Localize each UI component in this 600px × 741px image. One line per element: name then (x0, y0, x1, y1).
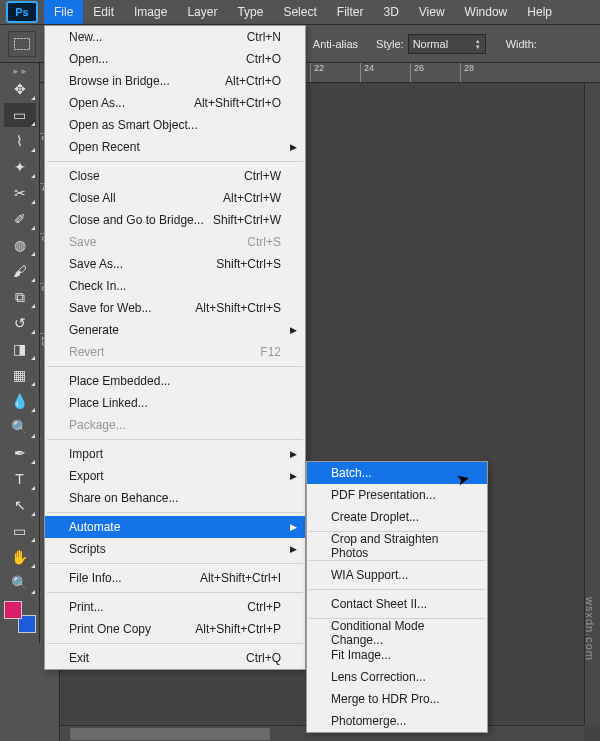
menu-shortcut: Ctrl+N (247, 30, 281, 44)
menu-type[interactable]: Type (227, 0, 273, 24)
tools-panel: ►► ✥▭⌇✦✂✐◍🖌⧉↺◨▦💧🔍✒T↖▭✋🔍 (0, 63, 40, 643)
toolbar-tab-icon[interactable]: ►► (0, 67, 40, 77)
menu-item-label: Export (69, 469, 104, 483)
menu-item-label: Scripts (69, 542, 106, 556)
menu-select[interactable]: Select (273, 0, 326, 24)
file-menu-item-open-as[interactable]: Open As...Alt+Shift+Ctrl+O (45, 92, 305, 114)
menu-layer[interactable]: Layer (177, 0, 227, 24)
file-menu-item-close-all[interactable]: Close AllAlt+Ctrl+W (45, 187, 305, 209)
file-menu-item-save-for-web[interactable]: Save for Web...Alt+Shift+Ctrl+S (45, 297, 305, 319)
automate-menu-item-fit-image[interactable]: Fit Image... (307, 644, 487, 666)
menu-item-label: Print... (69, 600, 104, 614)
menu-window[interactable]: Window (455, 0, 518, 24)
path-tool[interactable]: ↖ (4, 493, 36, 517)
automate-menu-item-merge-to-hdr-pro[interactable]: Merge to HDR Pro... (307, 688, 487, 710)
eraser-tool[interactable]: ◨ (4, 337, 36, 361)
submenu-arrow-icon: ▶ (290, 471, 297, 481)
menu-item-label: Batch... (331, 466, 372, 480)
file-menu-item-save-as[interactable]: Save As...Shift+Ctrl+S (45, 253, 305, 275)
tool-flyout-indicator (31, 278, 35, 282)
automate-menu-item-conditional-mode-change[interactable]: Conditional Mode Change... (307, 622, 487, 644)
file-menu-item-place-linked[interactable]: Place Linked... (45, 392, 305, 414)
menu-item-label: Lens Correction... (331, 670, 426, 684)
hand-tool[interactable]: ✋ (4, 545, 36, 569)
file-menu-item-browse-in-bridge[interactable]: Browse in Bridge...Alt+Ctrl+O (45, 70, 305, 92)
file-menu-item-open[interactable]: Open...Ctrl+O (45, 48, 305, 70)
tool-flyout-indicator (31, 200, 35, 204)
file-menu-item-scripts[interactable]: Scripts▶ (45, 538, 305, 560)
file-menu-item-share-on-behance[interactable]: Share on Behance... (45, 487, 305, 509)
automate-menu-item-create-droplet[interactable]: Create Droplet... (307, 506, 487, 528)
menu-file[interactable]: File (44, 0, 83, 24)
file-menu-item-close-and-go-to-bridge[interactable]: Close and Go to Bridge...Shift+Ctrl+W (45, 209, 305, 231)
menu-item-label: File Info... (69, 571, 122, 585)
foreground-color-swatch[interactable] (4, 601, 22, 619)
marquee-tool[interactable]: ▭ (4, 103, 36, 127)
menu-item-label: New... (69, 30, 102, 44)
menu-filter[interactable]: Filter (327, 0, 374, 24)
color-swatches[interactable] (4, 601, 36, 633)
shape-tool[interactable]: ▭ (4, 519, 36, 543)
submenu-arrow-icon: ▶ (290, 522, 297, 532)
file-menu-item-revert: RevertF12 (45, 341, 305, 363)
file-menu-item-file-info[interactable]: File Info...Alt+Shift+Ctrl+I (45, 567, 305, 589)
file-menu-item-place-embedded[interactable]: Place Embedded... (45, 370, 305, 392)
brush-tool[interactable]: 🖌 (4, 259, 36, 283)
dodge-tool[interactable]: 🔍 (4, 415, 36, 439)
tool-flyout-indicator (31, 252, 35, 256)
zoom-tool[interactable]: 🔍 (4, 571, 36, 595)
style-dropdown[interactable]: Normal ▲▼ (408, 34, 486, 54)
stamp-tool[interactable]: ⧉ (4, 285, 36, 309)
file-menu: New...Ctrl+NOpen...Ctrl+OBrowse in Bridg… (44, 25, 306, 670)
menu-item-label: Open As... (69, 96, 125, 110)
pen-tool[interactable]: ✒ (4, 441, 36, 465)
lasso-tool[interactable]: ⌇ (4, 129, 36, 153)
tool-flyout-indicator (31, 486, 35, 490)
submenu-arrow-icon: ▶ (290, 142, 297, 152)
menu-image[interactable]: Image (124, 0, 177, 24)
tool-flyout-indicator (31, 538, 35, 542)
menu-item-label: Generate (69, 323, 119, 337)
menu-edit[interactable]: Edit (83, 0, 124, 24)
file-menu-item-open-recent[interactable]: Open Recent▶ (45, 136, 305, 158)
tool-flyout-indicator (31, 408, 35, 412)
menu-3d[interactable]: 3D (373, 0, 408, 24)
file-menu-item-new[interactable]: New...Ctrl+N (45, 26, 305, 48)
menu-help[interactable]: Help (517, 0, 562, 24)
automate-menu-item-lens-correction[interactable]: Lens Correction... (307, 666, 487, 688)
type-tool[interactable]: T (4, 467, 36, 491)
automate-menu-item-contact-sheet-ii[interactable]: Contact Sheet II... (307, 593, 487, 615)
menu-separator (47, 512, 303, 513)
file-menu-item-print[interactable]: Print...Ctrl+P (45, 596, 305, 618)
tool-flyout-indicator (31, 356, 35, 360)
automate-menu-item-crop-and-straighten-photos[interactable]: Crop and Straighten Photos (307, 535, 487, 557)
crop-tool[interactable]: ✂ (4, 181, 36, 205)
file-menu-item-generate[interactable]: Generate▶ (45, 319, 305, 341)
automate-menu-item-wia-support[interactable]: WIA Support... (307, 564, 487, 586)
menu-shortcut: Shift+Ctrl+S (216, 257, 281, 271)
file-menu-item-open-as-smart-object[interactable]: Open as Smart Object... (45, 114, 305, 136)
file-menu-item-automate[interactable]: Automate▶ (45, 516, 305, 538)
automate-menu-item-photomerge[interactable]: Photomerge... (307, 710, 487, 732)
gradient-tool[interactable]: ▦ (4, 363, 36, 387)
healing-tool[interactable]: ◍ (4, 233, 36, 257)
marquee-preset-icon[interactable] (8, 31, 36, 57)
menu-item-label: Close All (69, 191, 116, 205)
eyedropper-tool[interactable]: ✐ (4, 207, 36, 231)
style-value: Normal (413, 38, 448, 50)
file-menu-item-close[interactable]: CloseCtrl+W (45, 165, 305, 187)
blur-tool[interactable]: 💧 (4, 389, 36, 413)
menu-view[interactable]: View (409, 0, 455, 24)
file-menu-item-export[interactable]: Export▶ (45, 465, 305, 487)
file-menu-item-check-in[interactable]: Check In... (45, 275, 305, 297)
move-tool[interactable]: ✥ (4, 77, 36, 101)
history-brush-tool[interactable]: ↺ (4, 311, 36, 335)
menu-item-label: Browse in Bridge... (69, 74, 170, 88)
menu-item-label: Save for Web... (69, 301, 151, 315)
file-menu-item-exit[interactable]: ExitCtrl+Q (45, 647, 305, 669)
scrollbar-thumb[interactable] (70, 728, 270, 740)
file-menu-item-import[interactable]: Import▶ (45, 443, 305, 465)
file-menu-item-print-one-copy[interactable]: Print One CopyAlt+Shift+Ctrl+P (45, 618, 305, 640)
tool-flyout-indicator (31, 148, 35, 152)
magic-wand-tool[interactable]: ✦ (4, 155, 36, 179)
